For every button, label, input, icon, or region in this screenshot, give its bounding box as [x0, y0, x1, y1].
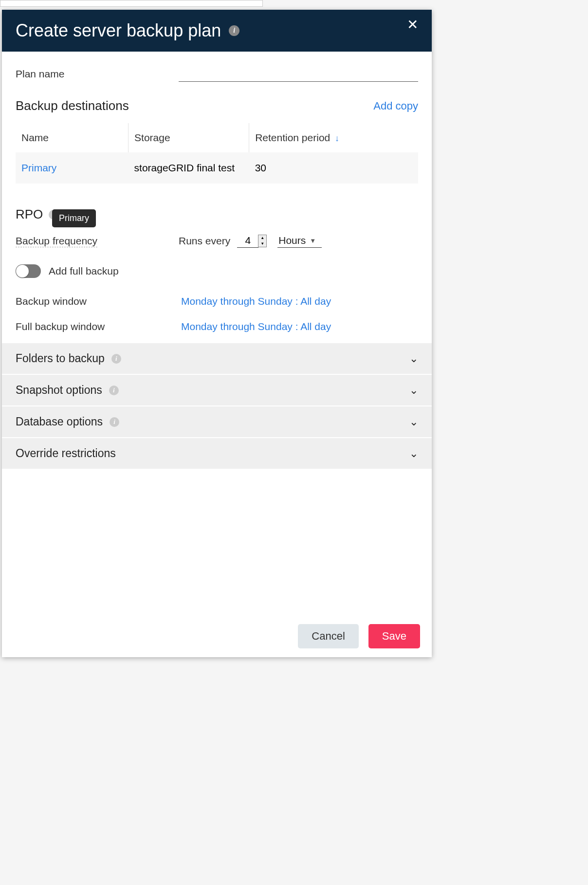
chevron-down-icon: ⌄ — [409, 447, 418, 460]
full-backup-window-value[interactable]: Monday through Sunday : All day — [181, 321, 331, 332]
backup-window-row: Backup window Monday through Sunday : Al… — [16, 295, 418, 307]
plan-name-input[interactable] — [179, 66, 418, 82]
destinations-table: Name Storage Retention period ↓ Primary … — [16, 123, 418, 184]
frequency-value-input[interactable] — [237, 234, 258, 248]
primary-tooltip: Primary — [52, 209, 96, 227]
col-name[interactable]: Name — [16, 123, 129, 152]
add-full-backup-label: Add full backup — [49, 265, 119, 277]
info-icon[interactable]: i — [111, 354, 121, 364]
chevron-down-icon: ⌄ — [409, 384, 418, 397]
destinations-header: Backup destinations Add copy — [16, 98, 418, 113]
modal-footer: Cancel Save — [2, 615, 432, 657]
backup-frequency-label: Backup frequency — [16, 235, 97, 247]
frequency-unit-select[interactable]: Hours ▼ — [277, 234, 322, 248]
runs-every-label: Runs every — [179, 235, 230, 247]
chevron-down-icon: ⌄ — [409, 352, 418, 365]
info-icon[interactable]: i — [109, 386, 119, 395]
chevron-down-icon: ▼ — [310, 237, 316, 244]
cancel-button[interactable]: Cancel — [298, 624, 358, 648]
destinations-title: Backup destinations — [16, 98, 129, 113]
info-icon[interactable]: i — [229, 25, 239, 36]
modal-header: Create server backup plan i ✕ — [2, 10, 432, 52]
col-retention[interactable]: Retention period ↓ — [249, 123, 418, 152]
dest-storage-cell: storageGRID final test — [129, 152, 249, 184]
chevron-down-icon: ⌄ — [409, 416, 418, 428]
table-row[interactable]: Primary storageGRID final test 30 — [16, 152, 418, 184]
dest-name-cell[interactable]: Primary — [16, 152, 129, 184]
modal-title: Create server backup plan — [16, 20, 221, 41]
accordion-override[interactable]: Override restrictions ⌄ — [2, 438, 432, 470]
accordion: Folders to backup i ⌄ Snapshot options i… — [2, 343, 432, 470]
dest-retention-cell: 30 — [249, 152, 418, 184]
close-button[interactable]: ✕ — [407, 17, 418, 33]
full-backup-window-label: Full backup window — [16, 321, 181, 332]
backup-frequency-row: Backup frequency Runs every ▲ ▼ Hours ▼ — [16, 234, 418, 248]
add-full-backup-row: Add full backup — [16, 264, 418, 278]
save-button[interactable]: Save — [368, 624, 420, 648]
create-backup-plan-modal: Create server backup plan i ✕ Plan name … — [2, 10, 432, 657]
modal-body: Plan name Backup destinations Add copy N… — [2, 52, 432, 615]
frequency-stepper[interactable]: ▲ ▼ — [258, 235, 267, 247]
plan-name-label: Plan name — [16, 68, 179, 80]
full-backup-window-row: Full backup window Monday through Sunday… — [16, 321, 418, 332]
info-icon[interactable]: i — [110, 417, 119, 427]
accordion-database[interactable]: Database options i ⌄ — [2, 406, 432, 438]
add-copy-button[interactable]: Add copy — [373, 100, 418, 112]
step-up-button[interactable]: ▲ — [258, 235, 266, 241]
close-icon: ✕ — [407, 17, 418, 32]
accordion-folders[interactable]: Folders to backup i ⌄ — [2, 343, 432, 375]
add-full-backup-toggle[interactable] — [16, 264, 41, 278]
backup-window-value[interactable]: Monday through Sunday : All day — [181, 295, 331, 307]
plan-name-row: Plan name — [16, 66, 418, 82]
sort-arrow-icon: ↓ — [335, 133, 339, 143]
step-down-button[interactable]: ▼ — [258, 241, 266, 247]
backup-window-label: Backup window — [16, 295, 181, 307]
browser-chrome-strip — [0, 0, 263, 7]
col-storage[interactable]: Storage — [129, 123, 249, 152]
accordion-snapshot[interactable]: Snapshot options i ⌄ — [2, 375, 432, 406]
